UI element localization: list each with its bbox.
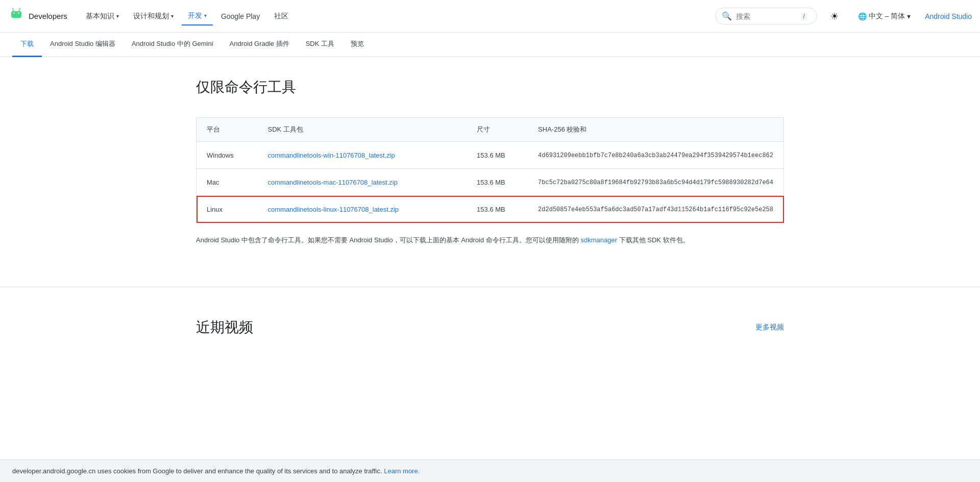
note-paragraph: Android Studio 中包含了命令行工具。如果您不需要 Android … — [196, 235, 784, 246]
note-suffix: 下载其他 SDK 软件包。 — [617, 236, 690, 244]
theme-toggle-button[interactable]: ☀ — [825, 7, 844, 26]
nav-right-section: 🔍 / ☀ 🌐 中文 – 简体 ▾ Android Studio — [715, 7, 972, 26]
svg-line-5 — [12, 8, 14, 10]
chevron-down-icon: ▾ — [116, 13, 119, 19]
subnav-download[interactable]: 下载 — [12, 32, 42, 57]
nav-link-basics[interactable]: 基本知识 ▾ — [80, 8, 125, 25]
size-cell: 153.6 MB — [467, 142, 528, 169]
note-prefix: Android Studio 中包含了命令行工具。如果您不需要 Android … — [196, 236, 580, 244]
recent-videos-section: 近期视频 更多视频 — [0, 287, 980, 337]
sha-highlight-part: 11 — [678, 206, 685, 213]
chevron-down-icon: ▾ — [204, 13, 207, 18]
table-row: Windows commandlinetools-win-11076708_la… — [197, 142, 784, 169]
col-header-size: 尺寸 — [467, 118, 528, 142]
file-cell: commandlinetools-mac-11076708_latest.zip — [258, 169, 467, 196]
main-content: 仅限命令行工具 平台 SDK 工具包 尺寸 SHA-256 校验和 Window… — [184, 57, 796, 287]
file-cell: commandlinetools-linux-11076708_latest.z… — [258, 196, 467, 223]
sha-prefix: 2d2d50857e4eb553af5a6dc3ad507a17adf43d — [538, 206, 678, 213]
top-navigation: Developers 基本知识 ▾ 设计和规划 ▾ 开发 ▾ Google Pl… — [0, 0, 980, 33]
col-header-sha: SHA-256 校验和 — [528, 118, 783, 142]
search-icon: 🔍 — [722, 11, 732, 21]
windows-download-link[interactable]: commandlinetools-win-11076708_latest.zip — [268, 151, 395, 159]
search-input[interactable] — [736, 12, 797, 20]
globe-icon: 🌐 — [858, 12, 867, 20]
page-title: 仅限命令行工具 — [196, 78, 784, 97]
nav-link-googleplay[interactable]: Google Play — [215, 8, 266, 24]
subnav-gemini[interactable]: Android Studio 中的 Gemini — [124, 32, 222, 57]
more-videos-link[interactable]: 更多视频 — [755, 323, 784, 332]
table-header-row: 平台 SDK 工具包 尺寸 SHA-256 校验和 — [197, 118, 784, 142]
recent-videos-header: 近期视频 更多视频 — [184, 318, 796, 337]
downloads-table: 平台 SDK 工具包 尺寸 SHA-256 校验和 Windows comman… — [196, 117, 784, 223]
sha-suffix: 5264b1afc116f95c92e5e258 — [685, 206, 773, 213]
chevron-down-icon: ▾ — [907, 12, 911, 20]
sha-value: 7bc5c72ba0275c80a8f19684fb92793b83a6b5c9… — [538, 179, 773, 186]
sha-value: 4d6931209eebb1bfb7c7e8b240a6a3cb3ab24479… — [538, 152, 773, 159]
mac-download-link[interactable]: commandlinetools-mac-11076708_latest.zip — [268, 179, 398, 186]
subnav-sdk-tools[interactable]: SDK 工具 — [298, 32, 342, 57]
sha-cell: 7bc5c72ba0275c80a8f19684fb92793b83a6b5c9… — [528, 169, 783, 196]
sub-navigation: 下载 Android Studio 编辑器 Android Studio 中的 … — [0, 33, 980, 57]
android-studio-link[interactable]: Android Studio — [925, 12, 972, 20]
subnav-preview[interactable]: 预览 — [342, 32, 372, 57]
sdkmanager-link[interactable]: sdkmanager — [580, 236, 617, 244]
search-shortcut: / — [801, 12, 807, 20]
file-cell: commandlinetools-win-11076708_latest.zip — [258, 142, 467, 169]
subnav-studio-editor[interactable]: Android Studio 编辑器 — [42, 32, 124, 57]
logo[interactable]: Developers — [8, 6, 67, 26]
svg-rect-2 — [11, 11, 21, 18]
sha-cell: 2d2d50857e4eb553af5a6dc3ad507a17adf43d11… — [528, 196, 783, 223]
language-selector[interactable]: 🌐 中文 – 简体 ▾ — [852, 9, 917, 24]
nav-link-design[interactable]: 设计和规划 ▾ — [127, 8, 180, 25]
recent-videos-title: 近期视频 — [196, 318, 253, 337]
col-header-sdk: SDK 工具包 — [258, 118, 467, 142]
svg-line-6 — [19, 8, 20, 10]
android-logo-icon — [8, 6, 24, 26]
table-row-highlighted: Linux commandlinetools-linux-11076708_la… — [197, 196, 784, 223]
col-header-platform: 平台 — [197, 118, 258, 142]
platform-cell: Linux — [197, 196, 258, 223]
size-cell: 153.6 MB — [467, 196, 528, 223]
subnav-gradle[interactable]: Android Gradle 插件 — [222, 32, 298, 57]
search-box[interactable]: 🔍 / — [715, 8, 817, 24]
nav-links: 基本知识 ▾ 设计和规划 ▾ 开发 ▾ Google Play 社区 — [80, 7, 715, 26]
size-cell: 153.6 MB — [467, 169, 528, 196]
logo-text: Developers — [29, 12, 67, 20]
sha-cell: 4d6931209eebb1bfb7c7e8b240a6a3cb3ab24479… — [528, 142, 783, 169]
platform-cell: Mac — [197, 169, 258, 196]
svg-point-4 — [18, 12, 19, 14]
nav-link-develop[interactable]: 开发 ▾ — [182, 7, 213, 26]
platform-cell: Windows — [197, 142, 258, 169]
linux-download-link[interactable]: commandlinetools-linux-11076708_latest.z… — [268, 206, 399, 213]
svg-point-3 — [13, 12, 15, 14]
nav-link-community[interactable]: 社区 — [268, 8, 295, 25]
chevron-down-icon: ▾ — [171, 13, 174, 19]
table-row: Mac commandlinetools-mac-11076708_latest… — [197, 169, 784, 196]
